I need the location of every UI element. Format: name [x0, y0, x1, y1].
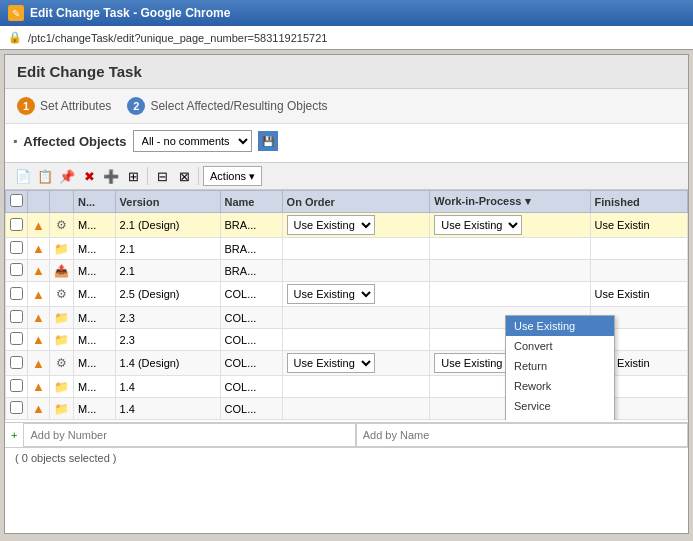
paste-btn[interactable]: 📌: [57, 166, 77, 186]
warning-icon: ▲: [32, 310, 45, 325]
doc-arrow-icon: 📤: [54, 264, 69, 278]
row4-on-order-select[interactable]: Use Existing: [287, 284, 375, 304]
add-bar: +: [5, 422, 688, 447]
col-icon2: [50, 191, 74, 213]
steps-bar: 1 Set Attributes 2 Select Affected/Resul…: [5, 89, 688, 124]
selection-status: ( 0 objects selected ): [15, 452, 117, 464]
affected-objects-section: ▪ Affected Objects All - no comments 💾: [5, 124, 688, 162]
page-title: Edit Change Task: [5, 55, 688, 89]
dropdown-item-scrap[interactable]: Scrap: [506, 416, 614, 420]
add-btn[interactable]: ➕: [101, 166, 121, 186]
warning-icon: ▲: [32, 263, 45, 278]
table-row: ▲ ⚙ M... 2.1 (Design) BRA... Use Existin…: [6, 213, 688, 238]
step-1-circle: 1: [17, 97, 35, 115]
toolbar-btn-extra2[interactable]: ⊠: [174, 166, 194, 186]
warning-icon: ▲: [32, 379, 45, 394]
row1-num: M...: [74, 213, 116, 238]
title-bar: ✎ Edit Change Task - Google Chrome: [0, 0, 693, 26]
doc-icon: 📁: [54, 242, 69, 256]
copy2-btn[interactable]: ⊞: [123, 166, 143, 186]
row1-on-order[interactable]: Use Existing: [282, 213, 430, 238]
add-icon: +: [5, 423, 23, 447]
warning-icon: ▲: [32, 241, 45, 256]
section-header: ▪ Affected Objects All - no comments 💾: [13, 130, 680, 152]
col-icon1: [28, 191, 50, 213]
col-finished: Finished: [590, 191, 688, 213]
col-num: N...: [74, 191, 116, 213]
remove-btn[interactable]: ✖: [79, 166, 99, 186]
doc-icon: 📁: [54, 402, 69, 416]
dropdown-item-service[interactable]: Service: [506, 396, 614, 416]
table-row: ▲ 📤 M... 2.1 BRA...: [6, 260, 688, 282]
warning-icon: ▲: [32, 287, 45, 302]
gear-icon: ⚙: [56, 356, 67, 370]
toolbar: 📄 📋 📌 ✖ ➕ ⊞ ⊟ ⊠ Actions ▾: [5, 162, 688, 190]
section-title: Affected Objects: [23, 134, 126, 149]
lock-icon: 🔒: [8, 31, 22, 44]
dropdown-item-return[interactable]: Return: [506, 356, 614, 376]
section-toggle[interactable]: ▪: [13, 134, 17, 148]
row1-wip-select[interactable]: Use Existing: [434, 215, 522, 235]
table-row: ▲ ⚙ M... 2.5 (Design) COL... Use Existin…: [6, 282, 688, 307]
doc-icon: 📁: [54, 333, 69, 347]
row1-on-order-select[interactable]: Use Existing: [287, 215, 375, 235]
add-row-btn[interactable]: 📄: [13, 166, 33, 186]
warning-icon: ▲: [32, 218, 45, 233]
toolbar-sep-2: [198, 167, 199, 185]
doc-icon: 📁: [54, 311, 69, 325]
row1-finished: Use Existin: [590, 213, 688, 238]
step-2[interactable]: 2 Select Affected/Resulting Objects: [127, 97, 327, 115]
row1-name: BRA...: [220, 213, 282, 238]
gear-icon: ⚙: [56, 287, 67, 301]
row1-wip[interactable]: Use Existing: [430, 213, 590, 238]
add-by-name-input[interactable]: [356, 423, 688, 447]
row1-check[interactable]: [6, 213, 28, 238]
row1-type: ⚙: [50, 213, 74, 238]
step-1[interactable]: 1 Set Attributes: [17, 97, 111, 115]
step-1-label: Set Attributes: [40, 99, 111, 113]
select-all-checkbox[interactable]: [10, 194, 23, 207]
step-2-circle: 2: [127, 97, 145, 115]
col-version: Version: [115, 191, 220, 213]
window-title: Edit Change Task - Google Chrome: [30, 6, 230, 20]
row7-on-order-select[interactable]: Use Existing: [287, 353, 375, 373]
row1-warn: ▲: [28, 213, 50, 238]
col-check: [6, 191, 28, 213]
dropdown-item-use-existing[interactable]: Use Existing: [506, 316, 614, 336]
col-name: Name: [220, 191, 282, 213]
dropdown-item-rework[interactable]: Rework: [506, 376, 614, 396]
col-wip: Work-in-Process ▾: [430, 191, 590, 213]
actions-label: Actions ▾: [210, 170, 255, 183]
toolbar-btn-extra1[interactable]: ⊟: [152, 166, 172, 186]
wip-dropdown-popup: Use Existing Convert Return Rework Servi…: [505, 315, 615, 420]
address-text: /ptc1/changeTask/edit?unique_page_number…: [28, 32, 327, 44]
add-by-number-input[interactable]: [23, 423, 355, 447]
col-on-order: On Order: [282, 191, 430, 213]
address-bar: 🔒 /ptc1/changeTask/edit?unique_page_numb…: [0, 26, 693, 50]
filter-select[interactable]: All - no comments: [133, 130, 252, 152]
step-2-label: Select Affected/Resulting Objects: [150, 99, 327, 113]
table-container[interactable]: N... Version Name On Order Work-in-Proce…: [5, 190, 688, 420]
dropdown-item-convert[interactable]: Convert: [506, 336, 614, 356]
main-content: Edit Change Task 1 Set Attributes 2 Sele…: [4, 54, 689, 534]
table-row: ▲ 📁 M... 2.1 BRA...: [6, 238, 688, 260]
toolbar-sep-1: [147, 167, 148, 185]
row1-version: 2.1 (Design): [115, 213, 220, 238]
actions-button[interactable]: Actions ▾: [203, 166, 262, 186]
doc-icon: 📁: [54, 380, 69, 394]
warning-icon: ▲: [32, 356, 45, 371]
save-button[interactable]: 💾: [258, 131, 278, 151]
warning-icon: ▲: [32, 332, 45, 347]
app-icon: ✎: [8, 5, 24, 21]
gear-icon: ⚙: [56, 218, 67, 232]
copy-btn[interactable]: 📋: [35, 166, 55, 186]
table-header-row: N... Version Name On Order Work-in-Proce…: [6, 191, 688, 213]
status-bar: ( 0 objects selected ): [5, 447, 688, 468]
warning-icon: ▲: [32, 401, 45, 416]
